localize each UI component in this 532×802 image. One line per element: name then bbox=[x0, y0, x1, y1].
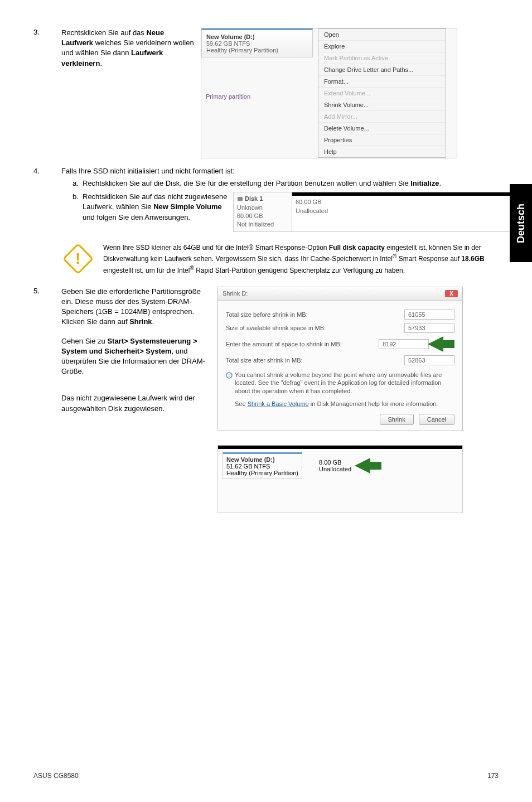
result-unalloc-size: 8.00 GB bbox=[319, 459, 351, 466]
field-available: 57933 bbox=[404, 323, 454, 333]
text: Initialize bbox=[410, 179, 439, 187]
context-menu-screenshot: New Volume (D:) 59.62 GB NTFS Healthy (P… bbox=[201, 28, 457, 158]
step-5: 5. Geben Sie die erforderliche Partition… bbox=[33, 287, 499, 513]
label-total-after: Total size after shrink in MB: bbox=[226, 357, 303, 364]
text: Das nicht zugewiesene Laufwerk wird der … bbox=[61, 393, 206, 413]
menu-help[interactable]: Help bbox=[318, 146, 446, 157]
step-5-text: Geben Sie die erforderliche Partitionsgr… bbox=[61, 287, 206, 513]
text: und folgen Sie den Anweisungen. bbox=[83, 213, 190, 221]
close-icon[interactable]: X bbox=[445, 290, 458, 297]
menu-add-mirror[interactable]: Add Mirror... bbox=[318, 111, 446, 123]
text: . bbox=[100, 59, 102, 67]
result-vol-health: Healthy (Primary Partition) bbox=[226, 470, 298, 476]
menu-properties[interactable]: Properties bbox=[318, 134, 446, 146]
result-screenshot: New Volume (D:) 51.62 GB NTFS Healthy (P… bbox=[217, 445, 463, 513]
disk1-unknown: Unknown bbox=[237, 204, 288, 212]
note-text: You cannot shrink a volume beyond the po… bbox=[235, 371, 442, 394]
result-volume: New Volume (D:) 51.62 GB NTFS Healthy (P… bbox=[223, 452, 302, 479]
language-tab: Deutsch bbox=[510, 184, 532, 262]
page-footer: ASUS CG8580 173 bbox=[33, 772, 499, 780]
menu-delete[interactable]: Delete Volume... bbox=[318, 123, 446, 134]
step-number: 3. bbox=[33, 28, 61, 158]
text: eingestellt ist, um für die Intel bbox=[103, 267, 190, 274]
menu-open[interactable]: Open bbox=[318, 29, 446, 41]
info-icon: i bbox=[226, 372, 233, 379]
step-3: 3. Rechtsklicken Sie auf das Neue Laufwe… bbox=[33, 28, 499, 158]
dialog-titlebar: Shrink D: X bbox=[218, 287, 462, 301]
label-amount: Enter the amount of space to shrink in M… bbox=[226, 341, 342, 347]
shrink-dialog: Shrink D: X Total size before shrink in … bbox=[217, 287, 463, 431]
text: Rapid Start-Partition genügend Speicherp… bbox=[194, 267, 405, 274]
arrow-left-icon bbox=[428, 336, 454, 352]
step-number: 4. bbox=[33, 167, 61, 232]
disk1-r-size: 60.00 GB bbox=[296, 198, 514, 206]
text: Rechtsklicken Sie auf die Disk, die Sie … bbox=[83, 179, 410, 187]
text: in Disk Management help for more informa… bbox=[309, 400, 438, 407]
text: Gehen Sie zu bbox=[61, 337, 107, 345]
alert-box: ! Wenn Ihre SSD kleiner als 64GB und für… bbox=[67, 243, 499, 276]
step-3-text: Rechtsklicken Sie auf das Neue Laufwerk … bbox=[61, 28, 195, 158]
text: 18.6GB bbox=[461, 255, 484, 263]
menu-explore[interactable]: Explore bbox=[318, 41, 446, 52]
text: Full disk capacity bbox=[329, 244, 385, 252]
help-link[interactable]: Shrink a Basic Volume bbox=[248, 400, 309, 407]
volume-block: New Volume (D:) 59.62 GB NTFS Healthy (P… bbox=[201, 28, 313, 57]
sub-b-label: b. bbox=[72, 192, 83, 202]
text: See bbox=[235, 400, 248, 407]
text: Rechtsklicken Sie auf das bbox=[61, 28, 146, 37]
volume-size: 59.62 GB NTFS bbox=[206, 40, 308, 47]
disk1-screenshot: Disk 1 Unknown 60.00 GB Not Initialized … bbox=[233, 192, 518, 232]
primary-partition-label: Primary partition bbox=[201, 91, 318, 104]
result-unalloc-label: Unallocated bbox=[319, 466, 351, 472]
field-amount[interactable]: 8192 bbox=[379, 339, 429, 349]
footer-page-number: 173 bbox=[487, 772, 499, 780]
volume-name: New Volume (D:) bbox=[206, 33, 308, 40]
text: . bbox=[152, 317, 154, 326]
disk1-r-state: Unallocated bbox=[296, 207, 514, 215]
sub-b-text: Rechtsklicken Sie auf das nicht zugewies… bbox=[83, 192, 228, 232]
text: Smart Response auf bbox=[396, 255, 461, 263]
result-unallocated: 8.00 GB Unallocated bbox=[319, 458, 381, 474]
disk1-state: Not Initialized bbox=[237, 220, 288, 229]
step-4: 4. Falls Ihre SSD nicht initialisiert un… bbox=[33, 167, 499, 232]
text: . bbox=[439, 179, 442, 187]
result-vol-size: 51.62 GB NTFS bbox=[226, 463, 298, 470]
menu-mark-active[interactable]: Mark Partition as Active bbox=[318, 52, 446, 64]
cancel-button[interactable]: Cancel bbox=[419, 414, 454, 425]
label-total-before: Total size before shrink in MB: bbox=[226, 311, 308, 318]
menu-format[interactable]: Format... bbox=[318, 76, 446, 88]
label-available: Size of available shrink space in MB: bbox=[226, 325, 326, 331]
field-total-before: 61055 bbox=[404, 310, 454, 320]
disk1-size: 60.00 GB bbox=[237, 212, 288, 220]
warning-icon: ! bbox=[62, 243, 94, 274]
menu-shrink[interactable]: Shrink Volume... bbox=[318, 99, 446, 111]
svg-rect-0 bbox=[238, 197, 243, 201]
footer-left: ASUS CG8580 bbox=[33, 772, 79, 780]
result-vol-name: New Volume (D:) bbox=[226, 456, 298, 463]
alert-text: Wenn Ihre SSD kleiner als 64GB und für d… bbox=[103, 243, 499, 276]
arrow-left-icon bbox=[355, 458, 381, 474]
text: Shrink bbox=[129, 317, 152, 326]
sub-a-text: Rechtsklicken Sie auf die Disk, die Sie … bbox=[83, 178, 441, 189]
step-4-intro: Falls Ihre SSD nicht initialisiert und n… bbox=[61, 167, 518, 175]
disk-icon bbox=[237, 196, 243, 202]
menu-change-letter[interactable]: Change Drive Letter and Paths... bbox=[318, 64, 446, 76]
step-number: 5. bbox=[33, 287, 61, 513]
context-menu: Open Explore Mark Partition as Active Ch… bbox=[318, 28, 446, 158]
svg-text:i: i bbox=[229, 373, 230, 378]
disk1-right: 60.00 GB Unallocated bbox=[292, 192, 517, 231]
disk1-left: Disk 1 Unknown 60.00 GB Not Initialized bbox=[234, 192, 292, 231]
text: Wenn Ihre SSD kleiner als 64GB und für d… bbox=[103, 244, 329, 252]
text: New Simple Volume bbox=[153, 202, 222, 211]
sub-a-label: a. bbox=[72, 178, 83, 189]
shrink-button[interactable]: Shrink bbox=[380, 414, 414, 425]
field-total-after: 52863 bbox=[404, 355, 454, 365]
disk1-title: Disk 1 bbox=[245, 195, 263, 203]
dialog-title: Shrink D: bbox=[223, 290, 248, 297]
volume-health: Healthy (Primary Partition) bbox=[206, 47, 308, 54]
text: ® bbox=[190, 265, 194, 271]
sub-b-body: Rechtsklicken Sie auf das nicht zugewies… bbox=[83, 192, 518, 232]
menu-extend[interactable]: Extend Volume... bbox=[318, 88, 446, 99]
